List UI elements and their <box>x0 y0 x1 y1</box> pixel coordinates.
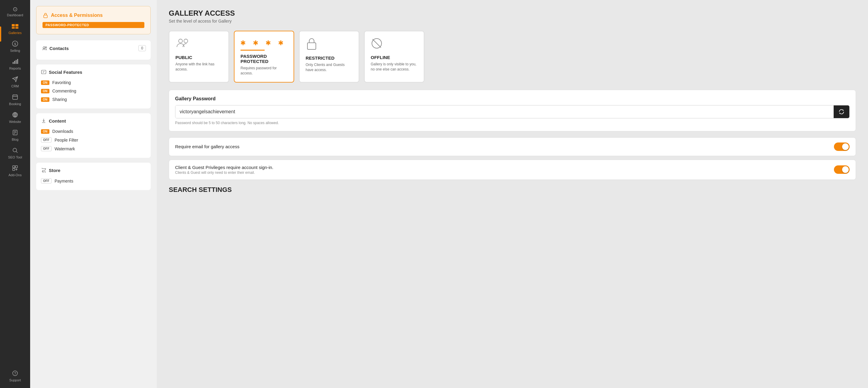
payments-row: OFF Payments <box>41 176 146 185</box>
sidebar-item-crm[interactable]: CRM <box>0 73 30 91</box>
page-subtitle: Set the level of access for Gallery <box>169 19 856 24</box>
password-refresh-button[interactable] <box>834 105 849 118</box>
booking-icon <box>12 94 18 101</box>
public-icon <box>176 37 222 52</box>
sidebar-label-galleries: Galleries <box>8 31 22 35</box>
svg-rect-29 <box>44 15 47 18</box>
watermark-row: OFF Watermark <box>41 144 146 153</box>
password-protected-badge: PASSWORD-PROTECTED <box>42 22 144 28</box>
guest-privileges-toggle[interactable] <box>834 165 849 174</box>
right-panel: GALLERY ACCESS Set the level of access f… <box>157 0 868 388</box>
svg-rect-0 <box>12 24 15 27</box>
svg-rect-32 <box>41 70 46 74</box>
public-access-card[interactable]: PUBLIC Anyone with the link has access. <box>169 31 229 83</box>
sidebar-item-dashboard[interactable]: ⊙ Dashboard <box>0 3 30 20</box>
svg-point-31 <box>45 47 47 48</box>
social-features-title-text: Social Features <box>49 70 82 75</box>
restricted-icon <box>306 37 352 53</box>
svg-rect-10 <box>13 95 18 99</box>
svg-rect-1 <box>16 24 19 27</box>
public-card-name: PUBLIC <box>176 55 222 60</box>
email-access-text: Require email for gallery access <box>175 144 239 149</box>
sidebar-item-booking[interactable]: Booking <box>0 91 30 109</box>
svg-rect-2 <box>12 27 15 29</box>
svg-rect-9 <box>17 59 18 64</box>
selling-icon: $ <box>12 41 18 47</box>
store-title-text: Store <box>49 168 60 173</box>
email-access-toggle[interactable] <box>834 142 849 151</box>
people-filter-label: People Filter <box>55 138 79 142</box>
sidebar-item-seo[interactable]: SEO Tool <box>0 144 30 162</box>
contacts-section: Contacts 0 <box>36 40 151 60</box>
reports-icon <box>12 59 18 65</box>
sidebar-label-website: Website <box>9 120 21 124</box>
svg-rect-23 <box>16 166 18 168</box>
people-filter-toggle[interactable]: OFF <box>41 137 52 142</box>
sidebar-item-reports[interactable]: Reports <box>0 56 30 73</box>
content-title: Content <box>41 118 146 124</box>
commenting-label: Commenting <box>53 89 76 93</box>
sidebar-item-support[interactable]: ? Support <box>0 367 30 385</box>
sidebar-label-blog: Blog <box>12 138 19 141</box>
payments-toggle[interactable]: OFF <box>41 178 52 184</box>
password-access-card[interactable]: ✱ ✱ ✱ ✱ PASSWORD PROTECTED Requires pass… <box>234 31 294 83</box>
page-title: GALLERY ACCESS <box>169 9 856 18</box>
crm-icon <box>12 76 18 83</box>
svg-rect-7 <box>14 61 15 64</box>
sidebar-item-addons[interactable]: Add-Ons <box>0 162 30 180</box>
active-indicator <box>0 27 1 41</box>
sidebar-label-selling: Selling <box>10 49 20 53</box>
downloads-row: ON Downloads <box>41 127 146 135</box>
watermark-label: Watermark <box>55 147 75 151</box>
password-card-desc: Requires password for access. <box>241 66 287 76</box>
password-icon: ✱ ✱ ✱ ✱ <box>241 37 287 51</box>
svg-rect-6 <box>13 62 13 64</box>
svg-rect-8 <box>16 60 17 64</box>
svg-text:?: ? <box>14 371 16 376</box>
offline-access-card[interactable]: OFFLINE Gallery is only visible to you, … <box>364 31 424 83</box>
password-input[interactable] <box>176 105 834 118</box>
sidebar-item-selling[interactable]: $ Selling <box>0 38 30 56</box>
svg-point-34 <box>184 39 188 43</box>
password-card-name: PASSWORD PROTECTED <box>241 54 287 64</box>
downloads-label: Downloads <box>53 129 73 134</box>
gallery-password-section: Gallery Password Password should be 5 to… <box>169 90 856 131</box>
contacts-icon <box>41 46 47 51</box>
password-hint: Password should be 5 to 50 characters lo… <box>175 121 849 125</box>
payments-label: Payments <box>55 179 73 184</box>
favoriting-toggle[interactable]: ON <box>41 80 50 85</box>
sharing-toggle[interactable]: ON <box>41 97 50 102</box>
contacts-header: Contacts 0 <box>41 45 146 51</box>
restricted-access-card[interactable]: RESTRICTED Only Clients and Guests have … <box>299 31 359 83</box>
content-icon <box>41 118 46 124</box>
sidebar-label-support: Support <box>9 378 21 382</box>
watermark-toggle[interactable]: OFF <box>41 146 52 151</box>
email-access-row: Require email for gallery access <box>169 137 856 156</box>
email-access-title: Require email for gallery access <box>175 144 239 149</box>
seo-icon <box>12 147 18 154</box>
sidebar-item-blog[interactable]: Blog <box>0 127 30 144</box>
commenting-toggle[interactable]: ON <box>41 89 50 93</box>
guest-privileges-title: Client & Guest Privileges require accoun… <box>175 165 273 170</box>
store-title: Store <box>41 167 146 173</box>
password-asterisks: ✱ ✱ ✱ ✱ <box>241 37 287 47</box>
sidebar-label-seo: SEO Tool <box>8 156 22 159</box>
search-settings-title: SEARCH SETTINGS <box>169 186 856 194</box>
guest-privileges-text: Client & Guest Privileges require accoun… <box>175 165 273 175</box>
favoriting-row: ON Favoriting <box>41 78 146 87</box>
svg-point-30 <box>43 47 45 48</box>
sidebar-item-galleries[interactable]: Galleries <box>0 20 30 38</box>
sharing-label: Sharing <box>53 97 67 102</box>
social-icon <box>41 69 46 75</box>
people-filter-row: OFF People Filter <box>41 135 146 144</box>
contacts-title-text: Contacts <box>50 46 69 51</box>
contacts-title: Contacts <box>41 46 69 51</box>
downloads-toggle[interactable]: ON <box>41 129 50 134</box>
guest-privileges-subtitle: Clients & Guest will only need to enter … <box>175 170 273 175</box>
sidebar-label-dashboard: Dashboard <box>7 13 23 17</box>
social-features-section: Social Features ON Favoriting ON Comment… <box>36 64 151 108</box>
sidebar-item-website[interactable]: Website <box>0 109 30 127</box>
sidebar: ⊙ Dashboard Galleries $ Selling <box>0 0 30 388</box>
password-input-container <box>175 105 849 119</box>
sidebar-label-booking: Booking <box>9 102 21 106</box>
